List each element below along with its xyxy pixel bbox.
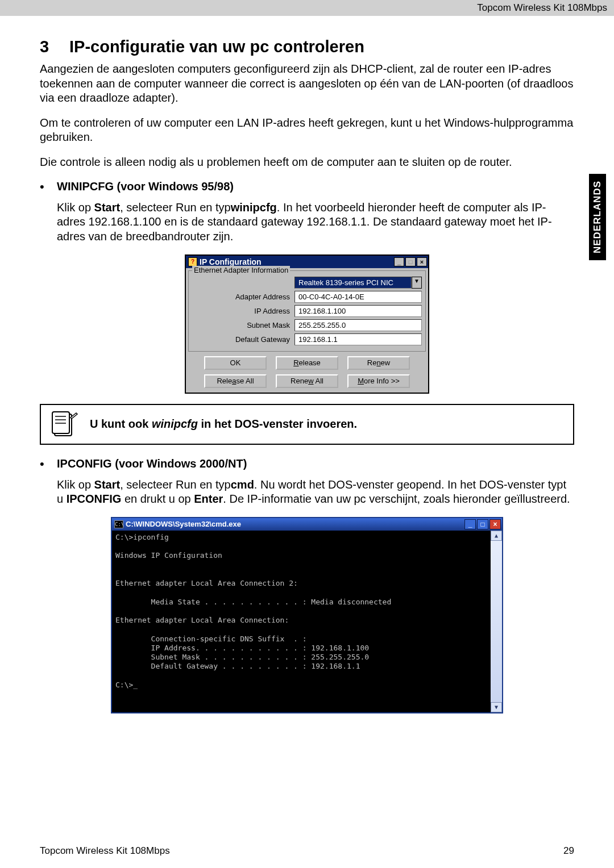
- bullet-1: • WINIPCFG (voor Windows 95/98): [40, 180, 574, 194]
- cmd-maximize-button[interactable]: □: [477, 519, 488, 529]
- maximize-button[interactable]: □: [405, 257, 416, 266]
- release-all-button[interactable]: Release All: [204, 374, 267, 388]
- row-adapter-address: Adapter Address 00-C0-4C-A0-14-0E: [192, 291, 422, 303]
- bullet-2-body: Klik op Start, selecteer Run en typcmd. …: [57, 478, 574, 507]
- more-info-button[interactable]: More Info >>: [347, 374, 410, 388]
- bullet-2: • IPCONFIG (voor Windows 2000/NT): [40, 457, 574, 471]
- group-legend: Ethernet Adapter Information: [192, 266, 290, 274]
- cmd-close-button[interactable]: ×: [489, 519, 501, 529]
- bullet-2-title: IPCONFIG (voor Windows 2000/NT): [57, 457, 247, 471]
- bullet-dot-icon: •: [40, 180, 57, 194]
- chapter-number: 3: [40, 37, 69, 56]
- paragraph-2: Om te controleren of uw computer een LAN…: [40, 116, 574, 145]
- cmd-scrollbar[interactable]: ▲ ▼: [491, 531, 502, 712]
- ipconfig-title: IP Configuration: [200, 257, 394, 266]
- renew-button[interactable]: Renew: [347, 356, 410, 370]
- minimize-button[interactable]: _: [394, 257, 404, 266]
- chapter-title: IP-configuratie van uw pc controleren: [69, 37, 364, 56]
- scroll-up-icon[interactable]: ▲: [491, 531, 502, 541]
- bullet-dot-icon: •: [40, 457, 57, 471]
- svg-rect-1: [52, 412, 69, 433]
- close-button[interactable]: ×: [417, 257, 427, 266]
- row-default-gateway: Default Gateway 192.168.1.1: [192, 333, 422, 345]
- cmd-app-icon: C:\: [114, 520, 123, 528]
- page-footer: Topcom Wireless Kit 108Mbps 29: [40, 845, 574, 857]
- ipconfig-app-icon: ?: [188, 257, 197, 266]
- cmd-output: C:\>ipconfig Windows IP Configuration Et…: [112, 531, 491, 712]
- adapter-dropdown-value: Realtek 8139-series PCI NIC: [294, 277, 412, 289]
- bullet-1-body: Klik op Start, selecteer Run en typwinip…: [57, 201, 574, 244]
- note-text: U kunt ook winipcfg in het DOS-venster i…: [90, 418, 357, 431]
- row-subnet-mask: Subnet Mask 255.255.255.0: [192, 319, 422, 331]
- row-ip-address: IP Address 192.168.1.100: [192, 305, 422, 317]
- language-side-tab: NEDERLANDS: [589, 174, 606, 260]
- ipconfig-window: ? IP Configuration _ □ × Ethernet Adapte…: [185, 254, 429, 394]
- paragraph-3: Die controle is alleen nodig als u probl…: [40, 155, 574, 170]
- scroll-down-icon[interactable]: ▼: [491, 702, 502, 712]
- ok-button[interactable]: OK: [204, 356, 267, 370]
- paragraph-1: Aangezien de aangesloten computers gecon…: [40, 62, 574, 106]
- note-clipboard-icon: [49, 411, 80, 438]
- cmd-minimize-button[interactable]: _: [464, 519, 476, 529]
- bullet-1-title: WINIPCFG (voor Windows 95/98): [57, 180, 234, 194]
- adapter-dropdown[interactable]: Realtek 8139-series PCI NIC ▼: [294, 277, 422, 289]
- renew-all-button[interactable]: Renew All: [276, 374, 338, 388]
- cmd-window: C:\ C:\WINDOWS\System32\cmd.exe _ □ × C:…: [111, 517, 503, 713]
- chapter-heading: 3IP-configuratie van uw pc controleren: [40, 37, 574, 56]
- header-right-text: Topcom Wireless Kit 108Mbps: [477, 2, 607, 13]
- cmd-title: C:\WINDOWS\System32\cmd.exe: [126, 520, 464, 528]
- release-button[interactable]: Release: [276, 356, 338, 370]
- chevron-down-icon[interactable]: ▼: [412, 277, 422, 289]
- footer-left: Topcom Wireless Kit 108Mbps: [40, 845, 170, 857]
- note-box: U kunt ook winipcfg in het DOS-venster i…: [40, 404, 574, 445]
- cmd-titlebar: C:\ C:\WINDOWS\System32\cmd.exe _ □ ×: [112, 518, 502, 531]
- footer-right: 29: [563, 845, 574, 857]
- ethernet-adapter-group: Ethernet Adapter Information Realtek 813…: [188, 270, 426, 352]
- header-bar: Topcom Wireless Kit 108Mbps: [0, 0, 614, 16]
